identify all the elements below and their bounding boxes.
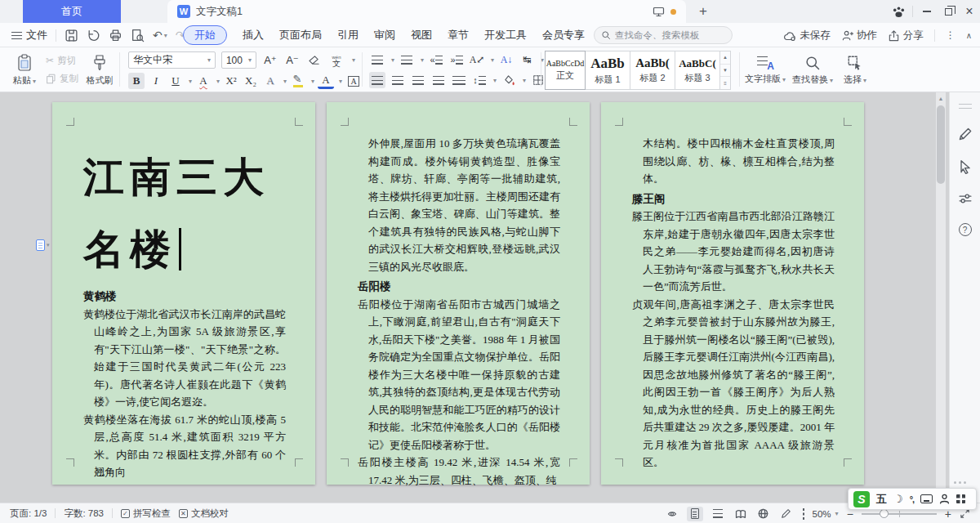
eye-protect-button[interactable] <box>666 509 679 519</box>
pointer-tool-button[interactable] <box>958 159 972 174</box>
shading-fill-button[interactable] <box>501 72 517 88</box>
font-name-combo[interactable]: 华文中宋 ▾ <box>128 51 216 69</box>
numbered-list-dropdown-icon[interactable]: ▾ <box>421 56 424 64</box>
scrollbar-thumb[interactable] <box>937 105 945 184</box>
strikethrough-dropdown-icon[interactable]: ▾ <box>216 78 220 85</box>
collapse-ribbon-icon[interactable]: ∧ <box>966 31 972 40</box>
save-button[interactable] <box>65 29 78 42</box>
minimize-button[interactable] <box>916 0 938 23</box>
paragraph[interactable]: 外伸展,屋面用 10 多万块黄色琉璃瓦覆盖构建而成。楼外铸铜黄鹤造型、胜像宝塔、… <box>358 135 560 275</box>
char-shading-button[interactable]: A <box>345 73 362 89</box>
heading-yueyanglou[interactable]: 岳阳楼 <box>358 278 560 296</box>
rail-drag-handle[interactable] <box>959 104 972 109</box>
close-button[interactable]: × <box>959 0 980 23</box>
tab-references[interactable]: 引用 <box>337 28 359 42</box>
zoom-level-button[interactable]: 50% ▾ <box>813 509 839 519</box>
select-button[interactable]: 选择▾ <box>836 47 874 92</box>
paragraph[interactable]: 黄鹤楼坐落在海拔 61.7 米的蛇山顶,楼高 5 层,总高度 51.4 米,建筑… <box>83 411 286 481</box>
heading-tengwangge[interactable]: 滕王阁 <box>632 190 835 208</box>
page-indicator[interactable]: 页面: 1/3 <box>10 507 47 520</box>
tab-insert[interactable]: 插入 <box>243 28 264 42</box>
paragraph[interactable]: 黄鹤楼位于湖北省武汉市长江南岸的武昌蛇山峰岭之上,为国家 5A 级旅游景区,享有… <box>83 306 286 411</box>
undo-button[interactable]: ↶▾ <box>153 29 167 42</box>
punctuation-mode[interactable]: °, <box>910 494 914 504</box>
doc-proof-button[interactable]: ✕ 文档校对 <box>179 507 229 520</box>
distribute-button[interactable] <box>451 72 467 88</box>
paragraph[interactable]: 贞观年间,唐高祖李渊之子、唐太宗李世民之弟李元婴曾被封于山东滕州故为滕王,且于滕… <box>632 296 835 472</box>
paragraph[interactable]: 滕王阁位于江西省南昌市西北部沿江路赣江东岸,始建于唐朝永徽四年,因唐太宗李世民之… <box>632 208 835 296</box>
tab-start[interactable]: 开始 <box>183 25 227 45</box>
tab-home[interactable]: 首页 <box>23 0 121 23</box>
word-count[interactable]: 字数: 783 <box>64 507 104 520</box>
style-heading3[interactable]: AaBbC( 标题 3 <box>675 51 720 90</box>
italic-button[interactable]: I <box>148 73 164 89</box>
share-button[interactable]: 分享 <box>888 29 924 42</box>
font-name-dropdown-icon[interactable]: ▾ <box>207 56 211 64</box>
tab-member[interactable]: 会员专享 <box>542 28 585 42</box>
align-left-button[interactable] <box>369 72 385 88</box>
font-size-combo[interactable]: 100 ▾ <box>221 51 256 69</box>
styles-more-icon[interactable]: ≡ <box>720 77 730 89</box>
find-replace-button[interactable]: 查找替换▾ <box>789 47 836 92</box>
zoom-slider-knob[interactable] <box>880 509 889 518</box>
sogou-logo[interactable]: S <box>853 491 870 507</box>
quick-insert-button[interactable]: ▾ <box>36 239 50 251</box>
new-tab-button[interactable]: + <box>693 2 714 21</box>
undo-dropdown-icon[interactable]: ▾ <box>164 32 167 39</box>
format-painter-button[interactable]: 格式刷 <box>82 47 118 92</box>
soft-keyboard-icon[interactable] <box>920 494 933 503</box>
font-color-dropdown-icon[interactable]: ▾ <box>339 78 342 85</box>
strikethrough-button[interactable]: A <box>195 73 212 89</box>
align-center-button[interactable] <box>390 72 406 88</box>
text-effects-dropdown-icon[interactable]: ▾ <box>283 78 287 85</box>
bold-button[interactable]: B <box>128 73 145 89</box>
tab-view[interactable]: 视图 <box>411 28 432 42</box>
phonetic-dropdown-icon[interactable]: ▾ <box>352 56 355 64</box>
monitor-icon[interactable] <box>653 7 665 17</box>
ink-edit-button[interactable] <box>778 507 795 521</box>
font-size-dropdown-icon[interactable]: ▾ <box>248 56 252 64</box>
zoom-dropdown-icon[interactable]: ▾ <box>835 510 839 517</box>
annotate-pen-button[interactable] <box>958 127 973 141</box>
text-effects-button[interactable]: A <box>262 73 278 89</box>
justify-button[interactable] <box>430 72 447 88</box>
font-color-button[interactable]: A <box>318 73 334 89</box>
line-spacing-dropdown-icon[interactable]: ▾ <box>493 77 497 84</box>
style-heading2[interactable]: AaBb( 标题 2 <box>630 51 675 90</box>
character-scale-dropdown-icon[interactable]: ▾ <box>491 56 494 64</box>
text-layout-dropdown-icon[interactable]: ▾ <box>782 76 786 83</box>
tab-section[interactable]: 章节 <box>448 28 469 42</box>
line-spacing-button[interactable]: ↕ <box>471 72 488 88</box>
grow-font-button[interactable]: A⁺ <box>262 52 278 69</box>
character-scale-button[interactable]: A⤢ <box>469 51 485 68</box>
underline-button[interactable]: U <box>167 73 184 89</box>
ime-toolbox-icon[interactable] <box>956 494 965 503</box>
style-normal[interactable]: AaBbCcDd 正文 <box>545 51 586 90</box>
page-3[interactable]: 木结构。楼中四根楠木金柱直贯楼顶,周围绕以廊、枋、椽、檩互相榫合,结为整体。 滕… <box>601 102 864 485</box>
vertical-scrollbar[interactable]: ▲ <box>936 92 946 503</box>
help-button[interactable]: ? <box>959 223 972 236</box>
collaborate-button[interactable]: 协作 <box>841 29 877 42</box>
subscript-button[interactable]: X₂ <box>243 73 259 89</box>
read-mode-button[interactable] <box>733 507 749 521</box>
increase-indent-button[interactable]: » <box>448 51 465 68</box>
underline-dropdown-icon[interactable]: ▾ <box>189 78 192 85</box>
paragraph[interactable]: 木结构。楼中四根楠木金柱直贯楼顶,周围绕以廊、枋、椽、檩互相榫合,结为整体。 <box>632 135 835 188</box>
paragraph[interactable]: 岳阳楼主楼高 19.42 米,进深 14.54 米,宽 17.42 米,为三层、… <box>358 454 560 489</box>
bullet-list-dropdown-icon[interactable]: ▾ <box>391 56 394 64</box>
halfwidth-moon-icon[interactable]: ☽ <box>893 493 903 505</box>
wrap-mark-button[interactable]: ↹ <box>519 51 535 68</box>
more-options-icon[interactable]: ⋮ <box>946 29 956 41</box>
fit-page-button[interactable] <box>803 509 804 519</box>
scroll-up-icon[interactable]: ▲ <box>936 92 946 104</box>
search-input[interactable] <box>615 30 721 40</box>
page-1[interactable]: ▾ 江南三大 名楼 黄鹤楼 黄鹤楼位于湖北省武汉市长江南岸的武昌蛇山峰岭之上,为… <box>52 102 315 485</box>
styles-scroll-down-icon[interactable]: ▼ <box>720 65 730 78</box>
bullet-list-button[interactable] <box>369 51 385 68</box>
tab-review[interactable]: 审阅 <box>374 28 395 42</box>
command-search-box[interactable] <box>594 26 733 44</box>
highlight-button[interactable] <box>290 73 306 89</box>
numbered-list-button[interactable] <box>399 51 415 68</box>
find-replace-dropdown-icon[interactable]: ▾ <box>830 77 833 84</box>
save-status[interactable]: 未保存 <box>783 29 831 42</box>
